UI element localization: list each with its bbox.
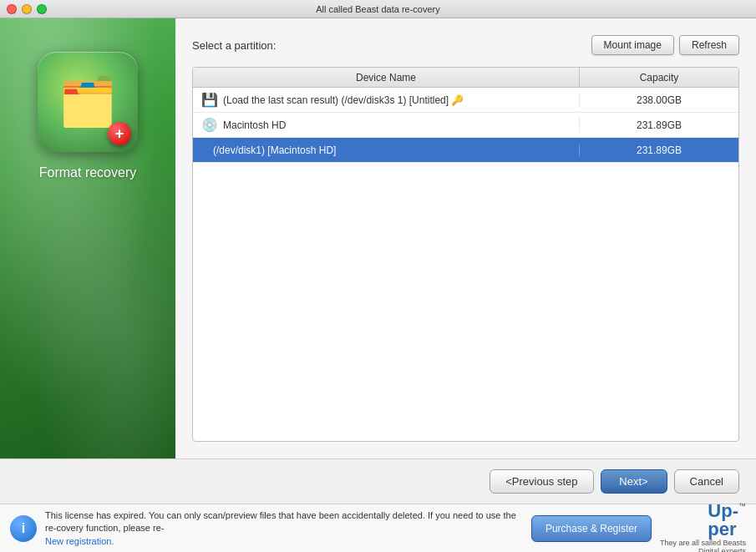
capacity-cell: 231.89GB — [580, 119, 738, 131]
cancel-button[interactable]: Cancel — [674, 469, 739, 494]
capacity-cell: 238.00GB — [580, 94, 738, 106]
window-title: All called Beast data re-covery — [316, 4, 440, 14]
maximize-button[interactable] — [37, 4, 47, 14]
minimize-button[interactable] — [22, 4, 32, 14]
header-buttons: Mount image Refresh — [591, 35, 739, 55]
col-header-capacity: Capacity — [580, 68, 738, 87]
window-controls[interactable] — [7, 4, 47, 14]
mount-image-button[interactable]: Mount image — [591, 35, 674, 55]
logo-text: Up-per — [708, 502, 738, 539]
right-panel: Select a partition: Mount image Refresh … — [175, 18, 756, 458]
close-button[interactable] — [7, 4, 17, 14]
app-icon-container: 🗂️ + — [38, 52, 138, 152]
red-badge-icon: + — [108, 122, 131, 145]
prev-step-button[interactable]: <Previous step — [490, 469, 593, 494]
partition-table: Device Name Capacity 💾 (Load the last sc… — [192, 67, 739, 442]
table-row[interactable]: 💾 (Load the last scan result) (/dev/disk… — [193, 88, 738, 113]
main-window: 🗂️ + Format recovery Select a partition:… — [0, 18, 756, 552]
left-panel: 🗂️ + Format recovery — [0, 18, 175, 458]
bottom-nav: <Previous step Next> Cancel — [0, 458, 756, 504]
trademark-symbol: ™ — [738, 502, 746, 510]
title-bar: All called Beast data re-covery — [0, 0, 756, 18]
purchase-register-button[interactable]: Purchase & Register — [531, 515, 652, 542]
device-name-text: (/dev/disk1) [Macintosh HD] — [213, 144, 336, 156]
device-name-text: (Load the last scan result) (/dev/disk3s… — [223, 94, 464, 106]
license-bar: i This license has expired. You can only… — [0, 504, 756, 552]
capacity-text: 238.00GB — [637, 94, 682, 106]
logo-tagline: They are all salled BeastsDigital expert… — [660, 539, 746, 553]
table-row[interactable]: 💿 Macintosh HD 231.89GB — [193, 113, 738, 138]
disk-icon: 💿 — [201, 117, 218, 133]
next-step-button[interactable]: Next> — [601, 469, 667, 494]
capacity-cell: 231.89GB — [580, 144, 738, 156]
content-area: 🗂️ + Format recovery Select a partition:… — [0, 18, 756, 458]
capacity-text: 231.89GB — [637, 119, 682, 131]
device-name-cell: 💾 (Load the last scan result) (/dev/disk… — [193, 92, 580, 108]
table-body: 💾 (Load the last scan result) (/dev/disk… — [193, 88, 738, 163]
table-header: Device Name Capacity — [193, 68, 738, 88]
refresh-button[interactable]: Refresh — [679, 35, 739, 55]
device-name-cell: 💿 Macintosh HD — [193, 117, 580, 133]
select-partition-label: Select a partition: — [192, 39, 276, 52]
upper-logo: Up-per ™ They are all salled BeastsDigit… — [660, 502, 746, 553]
device-name-text: Macintosh HD — [223, 119, 286, 131]
license-text-area: This license has expired. You can only s… — [45, 509, 523, 548]
device-name-cell: (/dev/disk1) [Macintosh HD] — [193, 144, 580, 156]
table-row-selected[interactable]: (/dev/disk1) [Macintosh HD] 231.89GB — [193, 138, 738, 163]
panel-header: Select a partition: Mount image Refresh — [192, 35, 739, 55]
app-label: Format recovery — [39, 165, 136, 180]
capacity-text: 231.89GB — [637, 144, 682, 156]
new-registration-link[interactable]: New registration. — [45, 536, 114, 546]
col-header-device: Device Name — [193, 68, 580, 87]
info-icon: i — [10, 515, 37, 542]
disk-icon: 💾 — [201, 92, 218, 108]
app-icon: 🗂️ — [58, 78, 117, 125]
license-main-text: This license has expired. You can only s… — [45, 509, 523, 535]
